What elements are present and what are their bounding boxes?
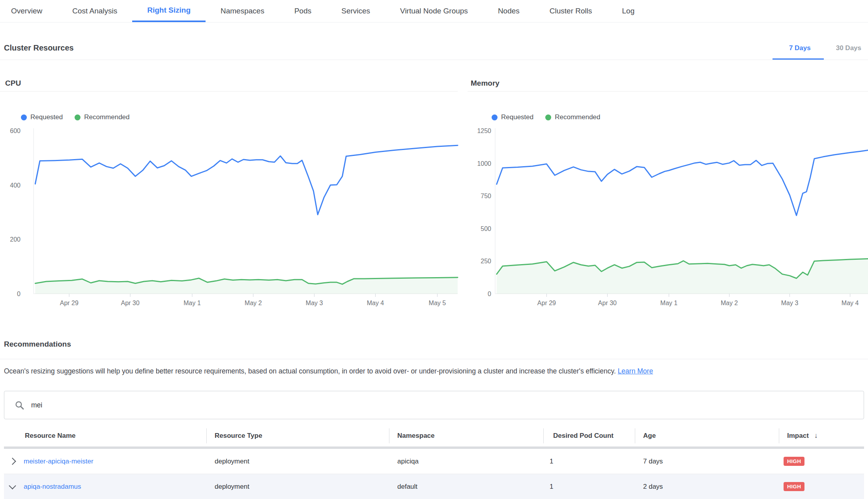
x-tick-label: May 3 bbox=[781, 300, 799, 306]
tab-right-sizing[interactable]: Right Sizing bbox=[132, 0, 206, 22]
tab-cluster-rolls[interactable]: Cluster Rolls bbox=[535, 0, 607, 22]
memory-chart-plot: 125010007505002500Apr 29Apr 30May 1May 2… bbox=[468, 126, 868, 314]
tab-namespaces[interactable]: Namespaces bbox=[206, 0, 279, 22]
cpu-chart-title: CPU bbox=[5, 79, 21, 88]
recommended-dot-icon bbox=[545, 114, 551, 120]
recommendations-description: Ocean's resizing suggestions will help y… bbox=[4, 367, 653, 375]
column-header-label: Namespace bbox=[397, 432, 435, 440]
column-header-label: Resource Name bbox=[25, 432, 76, 440]
y-tick-label: 0 bbox=[17, 291, 21, 297]
recommended-dot-icon bbox=[75, 114, 80, 120]
namespace-cell: default bbox=[389, 483, 543, 491]
x-tick-label: May 2 bbox=[721, 300, 738, 306]
y-tick-label: 500 bbox=[481, 225, 491, 232]
y-tick-label: 1250 bbox=[477, 128, 491, 134]
cpu-chart-canvas: 6004002000Apr 29Apr 30May 1May 2May 3May… bbox=[0, 126, 462, 314]
x-tick-label: May 3 bbox=[306, 300, 323, 306]
legend-requested-label: Requested bbox=[30, 113, 63, 121]
recommendations-title: Recommendations bbox=[4, 340, 71, 349]
x-tick-label: May 2 bbox=[245, 300, 262, 306]
table-row[interactable]: meister-apiciqa-meisterdeploymentapiciqa… bbox=[4, 449, 864, 474]
y-tick-label: 1000 bbox=[477, 160, 491, 167]
legend-recommended-label: Recommended bbox=[555, 113, 600, 121]
x-tick-label: Apr 30 bbox=[598, 300, 617, 306]
x-tick-label: May 1 bbox=[183, 300, 201, 306]
search-input[interactable] bbox=[30, 401, 864, 410]
section-divider bbox=[0, 60, 868, 60]
recommendations-description-text: Ocean's resizing suggestions will help y… bbox=[4, 367, 616, 375]
desired-pod-count-cell: 1 bbox=[543, 483, 635, 491]
requested-line bbox=[35, 145, 458, 215]
resource-name-cell: apiqa-nostradamus bbox=[4, 483, 206, 491]
y-tick-label: 750 bbox=[481, 193, 491, 199]
y-tick-label: 0 bbox=[488, 291, 491, 297]
search-icon bbox=[15, 400, 24, 410]
memory-chart-legend: Requested Recommended bbox=[492, 113, 600, 121]
recommendations-table: Resource NameResource TypeNamespaceDesir… bbox=[4, 425, 864, 499]
tab-pods[interactable]: Pods bbox=[279, 0, 326, 22]
x-tick-label: Apr 30 bbox=[121, 300, 140, 306]
main-tabbar: OverviewCost AnalysisRight SizingNamespa… bbox=[0, 0, 868, 23]
requested-dot-icon bbox=[492, 114, 498, 120]
resource-name-link[interactable]: meister-apiciqa-meister bbox=[24, 458, 94, 465]
column-header-desired-pod-count[interactable]: Desired Pod Count bbox=[543, 428, 635, 443]
column-header-label: Impact bbox=[787, 432, 809, 440]
desired-pod-count-cell: 1 bbox=[543, 458, 635, 465]
table-header-row: Resource NameResource TypeNamespaceDesir… bbox=[4, 425, 864, 446]
column-header-label: Age bbox=[643, 432, 656, 440]
column-header-resource-name[interactable]: Resource Name bbox=[4, 428, 206, 443]
learn-more-link[interactable]: Learn More bbox=[618, 367, 653, 375]
x-tick-label: May 4 bbox=[367, 300, 384, 306]
legend-recommended[interactable]: Recommended bbox=[545, 113, 600, 121]
tab-virtual-node-groups[interactable]: Virtual Node Groups bbox=[385, 0, 483, 22]
range-tab-30-days[interactable]: 30 Days bbox=[836, 44, 861, 52]
x-tick-label: Apr 29 bbox=[60, 300, 79, 306]
x-tick-label: May 1 bbox=[660, 300, 678, 306]
resource-type-cell: deployment bbox=[206, 458, 389, 465]
legend-requested[interactable]: Requested bbox=[21, 113, 63, 121]
x-tick-label: May 4 bbox=[842, 300, 859, 306]
impact-badge: HIGH bbox=[784, 482, 804, 491]
table-row[interactable]: apiqa-nostradamusdeploymentdefault12 day… bbox=[4, 474, 864, 499]
y-tick-label: 200 bbox=[10, 236, 21, 243]
column-header-impact[interactable]: Impact↓ bbox=[779, 428, 864, 443]
chevron-down-icon[interactable] bbox=[9, 482, 16, 489]
time-range-tabs: 7 Days30 Days bbox=[789, 44, 861, 52]
search-box[interactable] bbox=[4, 391, 864, 419]
sort-descending-icon[interactable]: ↓ bbox=[814, 431, 818, 440]
legend-recommended-label: Recommended bbox=[84, 113, 129, 121]
x-tick-label: May 5 bbox=[429, 300, 446, 306]
age-cell: 2 days bbox=[635, 483, 779, 491]
column-header-resource-type[interactable]: Resource Type bbox=[206, 428, 389, 443]
table-body: meister-apiciqa-meisterdeploymentapiciqa… bbox=[4, 449, 864, 499]
y-tick-label: 600 bbox=[10, 128, 21, 134]
memory-chart-title: Memory bbox=[471, 79, 499, 88]
tab-nodes[interactable]: Nodes bbox=[483, 0, 535, 22]
tab-overview[interactable]: Overview bbox=[0, 0, 57, 22]
column-header-label: Desired Pod Count bbox=[553, 432, 614, 440]
tab-services[interactable]: Services bbox=[326, 0, 385, 22]
memory-chart-canvas: 125010007505002500Apr 29Apr 30May 1May 2… bbox=[468, 126, 868, 314]
tab-log[interactable]: Log bbox=[607, 0, 650, 22]
legend-requested[interactable]: Requested bbox=[492, 113, 533, 121]
resource-name-cell: meister-apiciqa-meister bbox=[4, 458, 206, 465]
chevron-right-icon[interactable] bbox=[9, 458, 16, 465]
y-tick-label: 400 bbox=[10, 182, 21, 189]
cpu-chart-plot: 6004002000Apr 29Apr 30May 1May 2May 3May… bbox=[0, 126, 462, 314]
column-header-age[interactable]: Age bbox=[635, 428, 779, 443]
tab-cost-analysis[interactable]: Cost Analysis bbox=[57, 0, 132, 22]
y-tick-label: 250 bbox=[481, 258, 491, 265]
memory-title-divider bbox=[468, 91, 868, 92]
cpu-chart-legend: Requested Recommended bbox=[21, 113, 130, 121]
requested-dot-icon bbox=[21, 114, 27, 120]
impact-cell: HIGH bbox=[779, 457, 864, 466]
column-header-label: Resource Type bbox=[215, 432, 262, 440]
column-header-namespace[interactable]: Namespace bbox=[389, 428, 543, 443]
legend-recommended[interactable]: Recommended bbox=[75, 113, 129, 121]
namespace-cell: apiciqa bbox=[389, 458, 543, 465]
requested-line bbox=[497, 150, 868, 216]
range-tab-7-days[interactable]: 7 Days bbox=[789, 44, 811, 52]
resource-name-link[interactable]: apiqa-nostradamus bbox=[24, 483, 81, 491]
recommendations-divider bbox=[0, 359, 868, 359]
resource-type-cell: deployment bbox=[206, 483, 389, 491]
